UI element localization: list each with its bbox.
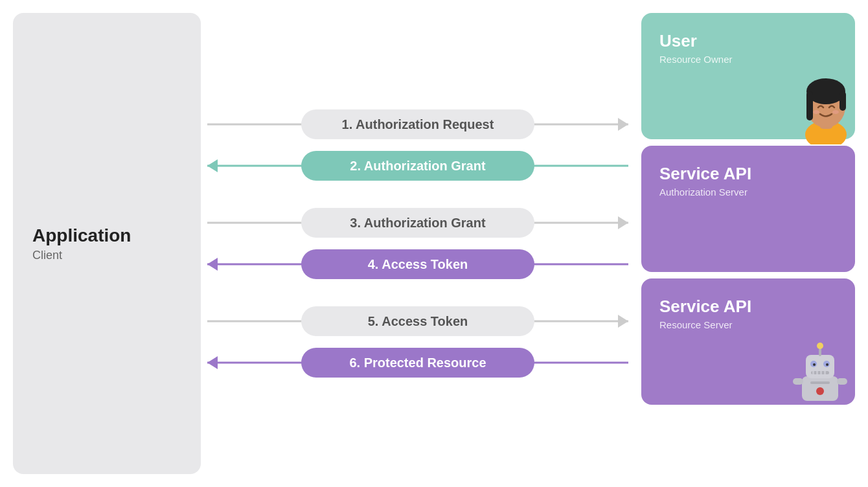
client-panel: Application Client <box>13 13 201 474</box>
arrowhead-3 <box>618 216 628 229</box>
svg-point-22 <box>816 387 824 395</box>
pill-3: 3. Authorization Grant <box>301 208 534 238</box>
right-panels: User Resource Owner <box>635 0 868 487</box>
svg-rect-4 <box>806 91 813 120</box>
arrowhead-5 <box>618 315 628 328</box>
pill-2: 2. Authorization Grant <box>301 151 534 181</box>
arrowhead-1 <box>618 118 628 131</box>
resource-server-title: Service API <box>659 297 837 317</box>
svg-rect-20 <box>824 371 826 374</box>
diagram-container: Application Client 1. Authorization Requ… <box>0 0 868 487</box>
arrow-row-6: 6. Protected Resource <box>207 346 628 379</box>
client-title: Application <box>32 225 131 246</box>
svg-rect-9 <box>806 355 834 378</box>
arrow-row-1: 1. Authorization Request <box>207 108 628 141</box>
arrows-area: 1. Authorization Request 2. Authorizatio… <box>201 0 635 487</box>
resource-server-box: Service API Resource Server <box>641 278 855 405</box>
svg-rect-24 <box>837 378 847 385</box>
pill-5: 5. Access Token <box>301 306 534 336</box>
resource-server-subtitle: Resource Server <box>659 319 837 330</box>
pill-4: 4. Access Token <box>301 249 534 279</box>
auth-server-title: Service API <box>659 164 837 184</box>
svg-point-11 <box>817 343 823 349</box>
arrow-row-4: 4. Access Token <box>207 247 628 281</box>
user-subtitle: Resource Owner <box>659 54 837 65</box>
arrow-group-1: 1. Authorization Request 2. Authorizatio… <box>207 108 628 183</box>
auth-server-box: Service API Authorization Server <box>641 146 855 272</box>
robot-avatar <box>788 341 852 409</box>
svg-point-14 <box>813 363 816 366</box>
svg-rect-21 <box>810 381 830 384</box>
arrow-row-3: 3. Authorization Grant <box>207 206 628 240</box>
svg-rect-18 <box>816 371 818 374</box>
svg-rect-23 <box>793 378 803 385</box>
svg-rect-5 <box>839 91 846 111</box>
client-subtitle: Client <box>32 249 62 262</box>
arrowhead-4 <box>207 258 218 271</box>
pill-1: 1. Authorization Request <box>301 109 534 139</box>
arrow-row-2: 2. Authorization Grant <box>207 149 628 183</box>
arrow-row-5: 5. Access Token <box>207 304 628 338</box>
svg-point-6 <box>813 110 819 114</box>
svg-rect-19 <box>820 371 822 374</box>
user-avatar <box>792 67 860 144</box>
pill-6: 6. Protected Resource <box>301 348 534 378</box>
user-title: User <box>659 31 837 51</box>
arrowhead-6 <box>207 356 218 369</box>
svg-point-15 <box>826 363 828 366</box>
arrow-group-2: 3. Authorization Grant 4. Access Token <box>207 206 628 281</box>
arrow-group-3: 5. Access Token 6. Protected Resource <box>207 304 628 379</box>
auth-server-subtitle: Authorization Server <box>659 187 837 198</box>
svg-point-7 <box>832 110 839 114</box>
arrowhead-2 <box>207 159 218 172</box>
user-box: User Resource Owner <box>641 13 855 139</box>
svg-rect-17 <box>812 371 814 374</box>
